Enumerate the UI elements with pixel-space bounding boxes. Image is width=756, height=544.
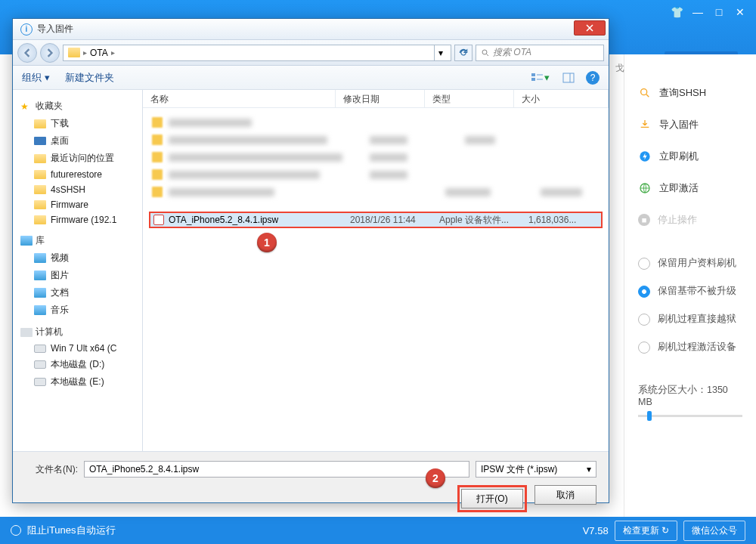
folder-icon bbox=[34, 170, 46, 179]
search-sh-icon bbox=[638, 86, 652, 100]
drive-icon bbox=[34, 345, 46, 353]
close-app-icon[interactable]: ✕ bbox=[733, 6, 747, 20]
svg-rect-7 bbox=[531, 78, 535, 81]
filetype-select[interactable]: IPSW 文件 (*.ipsw)▾ bbox=[476, 461, 596, 478]
status-indicator-icon bbox=[11, 525, 21, 536]
tree-desktop[interactable]: 桌面 bbox=[13, 132, 142, 150]
file-size: 1,618,036... bbox=[528, 215, 576, 225]
tree-recent[interactable]: 最近访问的位置 bbox=[13, 150, 142, 167]
drive-icon bbox=[34, 360, 46, 369]
sidebar-import[interactable]: 导入固件 bbox=[624, 109, 756, 141]
file-list-header[interactable]: 名称 修改日期 类型 大小 bbox=[143, 90, 609, 108]
option-jailbreak[interactable]: 刷机过程直接越狱 bbox=[624, 305, 756, 333]
tree-computer[interactable]: 计算机 bbox=[13, 323, 142, 341]
tree-videos[interactable]: 视频 bbox=[13, 249, 142, 267]
tree-downloads[interactable]: 下载 bbox=[13, 115, 142, 132]
option-keep-user-data[interactable]: 保留用户资料刷机 bbox=[624, 249, 756, 277]
filename-input[interactable] bbox=[84, 461, 469, 478]
tree-drive-d[interactable]: 本地磁盘 (D:) bbox=[13, 356, 142, 373]
tree-documents[interactable]: 文档 bbox=[13, 284, 142, 301]
file-open-dialog: i 导入固件 ▸ OTA ▸ ▾ 搜索 OTA 组织 ▾ 新建文件夹 ▾ ? bbox=[12, 18, 609, 503]
col-date[interactable]: 修改日期 bbox=[336, 90, 425, 107]
tree-music[interactable]: 音乐 bbox=[13, 301, 142, 319]
help-button[interactable]: ? bbox=[586, 71, 600, 85]
globe-icon bbox=[638, 181, 652, 195]
svg-rect-10 bbox=[563, 73, 574, 82]
nav-forward-button[interactable] bbox=[40, 43, 60, 63]
version-label: V7.58 bbox=[583, 525, 609, 536]
status-bar: 阻止iTunes自动运行 V7.58 检查更新 ↻ 微信公众号 bbox=[0, 517, 756, 544]
sidebar-shsh[interactable]: 查询SHSH bbox=[624, 77, 756, 109]
file-date: 2018/1/26 11:44 bbox=[350, 215, 439, 225]
chevron-right-icon: ▸ bbox=[83, 48, 87, 57]
tree-folder[interactable]: Firmware (192.1 bbox=[13, 212, 142, 227]
flash-icon bbox=[638, 150, 652, 163]
svg-rect-6 bbox=[531, 73, 535, 76]
minimize-icon[interactable]: — bbox=[691, 6, 705, 20]
tree-folder[interactable]: Firmware bbox=[13, 197, 142, 212]
col-size[interactable]: 大小 bbox=[514, 90, 609, 107]
col-name[interactable]: 名称 bbox=[143, 90, 336, 107]
maximize-icon[interactable]: □ bbox=[712, 6, 726, 20]
folder-icon bbox=[34, 215, 46, 224]
new-folder-button[interactable]: 新建文件夹 bbox=[65, 71, 114, 85]
open-button[interactable]: 打开(O) bbox=[461, 489, 523, 508]
view-mode-button[interactable]: ▾ bbox=[528, 70, 551, 86]
col-type[interactable]: 类型 bbox=[425, 90, 514, 107]
cancel-button[interactable]: 取消 bbox=[534, 485, 596, 505]
check-update-button[interactable]: 检查更新 ↻ bbox=[615, 521, 677, 541]
folder-icon bbox=[34, 185, 46, 194]
tree-drive-c[interactable]: Win 7 Ult x64 (C bbox=[13, 341, 142, 356]
dialog-nav: ▸ OTA ▸ ▾ 搜索 OTA bbox=[13, 40, 609, 66]
breadcrumb[interactable]: ▸ OTA ▸ ▾ bbox=[63, 45, 451, 61]
sidebar-flash[interactable]: 立即刷机 bbox=[624, 141, 756, 172]
file-name: OTA_iPhone5.2_8.4.1.ipsw bbox=[169, 215, 350, 225]
file-type: Apple 设备软件... bbox=[439, 214, 528, 227]
shirt-icon[interactable]: 👕 bbox=[670, 6, 683, 20]
star-icon: ★ bbox=[20, 101, 33, 112]
status-text[interactable]: 阻止iTunes自动运行 bbox=[27, 524, 116, 537]
svg-point-4 bbox=[482, 50, 487, 54]
ipsw-file-icon bbox=[153, 215, 164, 225]
tree-folder[interactable]: futurerestore bbox=[13, 167, 142, 182]
computer-icon bbox=[20, 328, 33, 337]
picture-icon bbox=[34, 270, 46, 280]
organize-menu[interactable]: 组织 ▾ bbox=[22, 71, 50, 85]
tree-library[interactable]: 库 bbox=[13, 232, 142, 249]
app-logo-icon: i bbox=[20, 23, 33, 36]
callout-2: 2 bbox=[426, 468, 445, 488]
tree-folder[interactable]: 4sSHSH bbox=[13, 182, 142, 197]
chevron-right-icon: ▸ bbox=[111, 48, 115, 57]
recent-icon bbox=[34, 154, 46, 163]
svg-point-0 bbox=[641, 89, 647, 95]
tree-drive-e[interactable]: 本地磁盘 (E:) bbox=[13, 373, 142, 391]
preview-pane-button[interactable] bbox=[557, 70, 580, 86]
tree-favorites[interactable]: ★收藏夹 bbox=[13, 97, 142, 115]
sidebar-activate[interactable]: 立即激活 bbox=[624, 172, 756, 204]
dialog-bottom: 文件名(N): IPSW 文件 (*.ipsw)▾ 打开(O) 取消 bbox=[13, 451, 609, 502]
file-row-selected[interactable]: OTA_iPhone5.2_8.4.1.ipsw 2018/1/26 11:44… bbox=[149, 212, 603, 228]
open-button-highlight: 打开(O) bbox=[457, 485, 527, 512]
tree-pictures[interactable]: 图片 bbox=[13, 267, 142, 284]
nav-back-button[interactable] bbox=[17, 43, 37, 63]
dialog-toolbar: 组织 ▾ 新建文件夹 ▾ ? bbox=[13, 66, 609, 90]
folder-icon bbox=[34, 200, 46, 209]
library-icon bbox=[20, 236, 33, 246]
radio-checked-icon bbox=[638, 286, 650, 298]
search-icon bbox=[481, 48, 490, 57]
folder-icon bbox=[68, 48, 80, 57]
dialog-titlebar[interactable]: i 导入固件 bbox=[13, 19, 609, 40]
dialog-close-button[interactable] bbox=[574, 20, 606, 36]
wechat-button[interactable]: 微信公众号 bbox=[683, 521, 745, 541]
option-activate[interactable]: 刷机过程激活设备 bbox=[624, 333, 756, 361]
breadcrumb-segment[interactable]: OTA bbox=[90, 48, 108, 58]
sidebar-stop: ■停止操作 bbox=[624, 204, 756, 236]
breadcrumb-dropdown[interactable]: ▾ bbox=[434, 45, 446, 61]
refresh-button[interactable] bbox=[454, 45, 472, 61]
search-input[interactable]: 搜索 OTA bbox=[476, 45, 604, 61]
option-keep-baseband[interactable]: 保留基带不被升级 bbox=[624, 277, 756, 305]
stop-icon: ■ bbox=[638, 214, 650, 226]
partition-slider[interactable] bbox=[638, 415, 742, 417]
file-list: 名称 修改日期 类型 大小 OTA_iPhone5.2_8.4.1.ipsw 2… bbox=[143, 90, 609, 451]
callout-1: 1 bbox=[257, 233, 277, 252]
